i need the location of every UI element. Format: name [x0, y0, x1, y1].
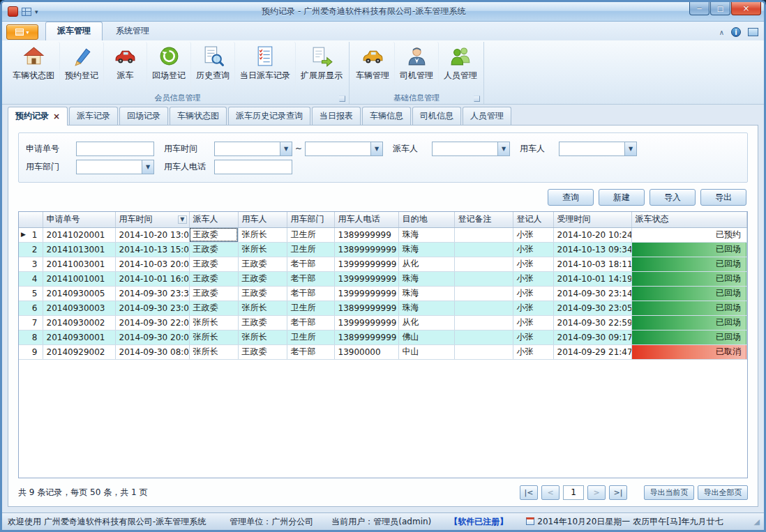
cell-dispatcher[interactable]: 王政委 — [189, 242, 238, 257]
cell-dept[interactable]: 老干部 — [287, 286, 334, 301]
cell-user[interactable]: 张所长 — [238, 227, 287, 242]
table-row[interactable]: 5 20140930005 2014-09-30 23:30 王政委 王政委 老… — [19, 286, 747, 301]
table-row[interactable]: 8 20140930001 2014-09-30 20:00 张所长 张所长 卫… — [19, 330, 747, 344]
cell-remark[interactable] — [454, 271, 513, 286]
col-dept[interactable]: 用车部门 — [287, 212, 334, 227]
cell-dispatcher[interactable]: 张所长 — [189, 330, 238, 344]
cell-phone[interactable]: 13899999999 — [334, 330, 398, 344]
col-phone[interactable]: 用车人电话 — [334, 212, 398, 227]
dialog-launcher-icon[interactable] — [339, 96, 345, 102]
export-all-pages-button[interactable]: 导出全部页 — [698, 485, 748, 500]
chevron-down-icon[interactable]: ▼ — [280, 142, 292, 155]
cell-dispatcher[interactable]: 张所长 — [189, 315, 238, 330]
cell-remark[interactable] — [454, 344, 513, 359]
cell-accept-time[interactable]: 2014-09-29 21:47 — [553, 344, 631, 359]
tab-reservation-records[interactable]: 预约记录 × — [8, 107, 68, 126]
chevron-down-icon[interactable]: ▼ — [370, 142, 382, 155]
use-time-from-combo[interactable]: ▼ — [214, 142, 292, 156]
ribbon-button-dispatch[interactable]: 派车 — [104, 42, 147, 92]
cell-dispatcher[interactable]: 张所长 — [189, 344, 238, 359]
dept-combo[interactable]: ▼ — [76, 160, 154, 174]
cell-use-time[interactable]: 2014-10-13 15:00 — [115, 242, 189, 257]
chevron-down-icon[interactable]: ▼ — [624, 142, 636, 155]
cell-order-no[interactable]: 20140929002 — [43, 344, 115, 359]
cell-registrar[interactable]: 小张 — [513, 227, 553, 242]
cell-use-time[interactable]: 2014-09-30 23:30 — [115, 286, 189, 301]
cell-accept-time[interactable]: 2014-09-30 09:17 — [553, 330, 631, 344]
export-current-page-button[interactable]: 导出当前页 — [644, 485, 694, 500]
cell-order-no[interactable]: 20141013001 — [43, 242, 115, 257]
use-time-to-combo[interactable]: ▼ — [305, 142, 383, 156]
next-page-button[interactable]: > — [587, 485, 606, 500]
cell-destination[interactable]: 珠海 — [398, 271, 454, 286]
ribbon-button-history-query[interactable]: 历史查询 — [191, 42, 235, 92]
ribbon-button-return-registration[interactable]: 回场登记 — [147, 42, 191, 92]
query-button[interactable]: 查询 — [548, 189, 594, 206]
cell-order-no[interactable]: 20140930001 — [43, 330, 115, 344]
cell-dept[interactable]: 老干部 — [287, 344, 334, 359]
cell-remark[interactable] — [454, 257, 513, 271]
cell-order-no[interactable]: 20141020001 — [43, 227, 115, 242]
cell-phone[interactable]: 13999999999 — [334, 257, 398, 271]
create-button[interactable]: 新建 — [599, 189, 645, 206]
cell-accept-time[interactable]: 2014-10-01 14:19 — [553, 271, 631, 286]
tab-dispatch-records[interactable]: 派车记录 — [69, 107, 118, 125]
close-icon[interactable]: × — [53, 113, 60, 120]
cell-phone[interactable]: 13899999999 — [334, 301, 398, 315]
cell-use-time[interactable]: 2014-09-30 08:00 — [115, 344, 189, 359]
cell-dept[interactable]: 老干部 — [287, 257, 334, 271]
col-use-time[interactable]: 用车时间▼ — [115, 212, 189, 227]
ribbon-button-reservation[interactable]: 预约登记 — [60, 42, 104, 92]
cell-remark[interactable] — [454, 286, 513, 301]
cell-destination[interactable]: 中山 — [398, 344, 454, 359]
cell-dispatch-status[interactable]: 已回场 — [631, 330, 747, 344]
cell-remark[interactable] — [454, 242, 513, 257]
cell-user[interactable]: 张所长 — [238, 301, 287, 315]
tab-daily-report[interactable]: 当日报表 — [312, 107, 361, 125]
cell-registrar[interactable]: 小张 — [513, 242, 553, 257]
row-indicator-cell[interactable]: 6 — [19, 301, 43, 315]
license-status-link[interactable]: 【软件已注册】 — [449, 516, 508, 528]
grid-icon[interactable] — [22, 8, 31, 16]
cell-destination[interactable]: 珠海 — [398, 301, 454, 315]
screen-icon[interactable] — [748, 28, 758, 36]
cell-destination[interactable]: 从化 — [398, 315, 454, 330]
cell-dispatch-status[interactable]: 已回场 — [631, 257, 747, 271]
col-order-no[interactable]: 申请单号 — [43, 212, 115, 227]
cell-use-time[interactable]: 2014-10-03 20:00 — [115, 257, 189, 271]
ribbon-button-personnel-management[interactable]: 人员管理 — [439, 42, 482, 92]
cell-dispatcher[interactable]: 王政委 — [189, 227, 238, 242]
ribbon-tab-system-management[interactable]: 系统管理 — [104, 22, 161, 40]
cell-dept[interactable]: 老干部 — [287, 271, 334, 286]
cell-user[interactable]: 王政委 — [238, 271, 287, 286]
row-indicator-cell[interactable]: 9 — [19, 344, 43, 359]
chevron-down-icon[interactable]: ▼ — [142, 160, 153, 174]
row-indicator-cell[interactable]: 2 — [19, 242, 43, 257]
col-dispatcher[interactable]: 派车人 — [189, 212, 238, 227]
cell-accept-time[interactable]: 2014-09-30 23:14 — [553, 286, 631, 301]
cell-registrar[interactable]: 小张 — [513, 301, 553, 315]
row-indicator-cell[interactable]: ▶1 — [19, 227, 43, 242]
cell-dispatch-status[interactable]: 已取消 — [631, 344, 747, 359]
col-remark[interactable]: 登记备注 — [454, 212, 513, 227]
cell-phone[interactable]: 13999999999 — [334, 286, 398, 301]
user-combo[interactable]: ▼ — [559, 142, 637, 156]
export-button[interactable]: 导出 — [700, 189, 746, 206]
ribbon-button-extended-screen[interactable]: 扩展屏显示 — [296, 42, 347, 92]
row-indicator-cell[interactable]: 7 — [19, 315, 43, 330]
import-button[interactable]: 导入 — [649, 189, 696, 206]
info-icon[interactable]: i — [731, 27, 741, 37]
cell-use-time[interactable]: 2014-09-30 23:00 — [115, 301, 189, 315]
cell-dispatch-status[interactable]: 已回场 — [631, 315, 747, 330]
cell-registrar[interactable]: 小张 — [513, 330, 553, 344]
ribbon-tab-dispatch-management[interactable]: 派车管理 — [45, 22, 103, 40]
cell-destination[interactable]: 珠海 — [398, 242, 454, 257]
ribbon-button-daily-dispatch-records[interactable]: 当日派车记录 — [235, 42, 296, 92]
col-user[interactable]: 用车人 — [238, 212, 287, 227]
table-row[interactable]: ▶1 20141020001 2014-10-20 13:00 王政委 张所长 … — [19, 227, 747, 242]
cell-order-no[interactable]: 20141001001 — [43, 271, 115, 286]
cell-use-time[interactable]: 2014-10-01 16:00 — [115, 271, 189, 286]
cell-order-no[interactable]: 20140930003 — [43, 301, 115, 315]
cell-dept[interactable]: 卫生所 — [287, 330, 334, 344]
tab-personnel-management[interactable]: 人员管理 — [463, 107, 511, 125]
